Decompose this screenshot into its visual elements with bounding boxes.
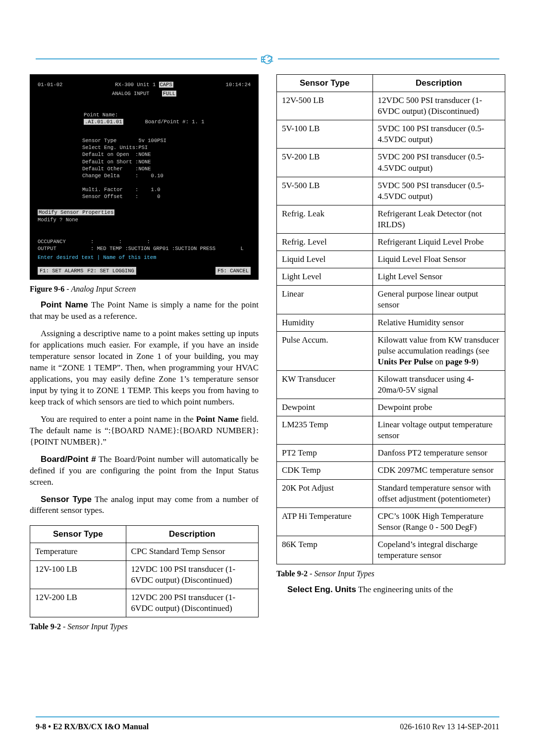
table-cell: 5VDC 200 PSI transducer (0.5-4.5VDC outp… — [373, 149, 505, 177]
table-cell: Linear — [277, 286, 373, 314]
point-name-heading: Point Name — [41, 300, 88, 309]
table-header: Sensor Type — [277, 75, 373, 92]
table-caption-text: - Sensor Input Types — [308, 569, 374, 578]
table-row: Refrig. LeakRefrigerant Leak Detector (n… — [277, 205, 505, 233]
table-cell: Temperature — [30, 543, 126, 560]
table-cell: 12VDC 500 PSI transducer (1-6VDC output)… — [373, 92, 505, 120]
sensor-type-heading: Sensor Type — [41, 495, 92, 504]
term-title2: ANALOG INPUT — [112, 91, 150, 97]
term-field: Sensor Type 5v 100PSI — [82, 137, 251, 144]
term-field: Sensor Offset : 0 — [82, 193, 251, 200]
table-cell: 20K Pot Adjust — [277, 479, 373, 507]
term-output: OUTPUT : MED TEMP :SUCTION GRP01 :SUCTIO… — [38, 245, 251, 252]
table-cell: General purpose linear output sensor — [373, 286, 505, 314]
para-default-name: You are required to enter a point name i… — [30, 414, 259, 448]
table-cell: Refrig. Level — [277, 234, 373, 251]
table-row: 12V-200 LB12VDC 200 PSI transducer (1-6V… — [30, 589, 259, 617]
term-modify-heading: Modify Sensor Properties — [38, 209, 114, 215]
term-hint: Enter desired text | Name of this item — [38, 254, 156, 260]
term-f5: F5: CANCEL — [215, 267, 251, 275]
table-cell: Refrigerant Leak Detector (not IRLDS) — [373, 205, 505, 233]
table-cell: 5V-100 LB — [277, 120, 373, 149]
table-cell: Dewpoint probe — [373, 399, 505, 416]
table-cell: Light Level — [277, 268, 373, 286]
table-cell: 12V-100 LB — [30, 560, 126, 589]
table-cell: Light Level Sensor — [373, 268, 505, 286]
table-row: 12V-500 LB12VDC 500 PSI transducer (1-6V… — [277, 92, 505, 120]
table-cell: ATP Hi Temperature — [277, 507, 373, 536]
table-cell: 12V-500 LB — [277, 92, 373, 120]
term-modify-sub: Modify ? None — [38, 217, 78, 223]
table-row: Liquid LevelLiquid Level Float Sensor — [277, 251, 505, 268]
term-bp-label: Board/Point #: — [145, 119, 189, 125]
term-f1: F1: SET ALARMS — [38, 267, 85, 275]
figure-text: - Analog Input Screen — [64, 285, 136, 293]
table-cell: CDK Temp — [277, 462, 373, 479]
right-column: Sensor Type Description 12V-500 LB12VDC … — [276, 74, 505, 631]
para-descriptive-name: Assigning a descriptive name to a point … — [30, 328, 259, 408]
table-row: PT2 TempDanfoss PT2 temperature sensor — [277, 445, 505, 462]
table-cell: Standard temperature sensor with offset … — [373, 479, 505, 507]
term-field: Change Delta : 0.10 — [82, 172, 251, 179]
table-row: TemperatureCPC Standard Temp Sensor — [30, 543, 259, 560]
table-row: ATP Hi TemperatureCPC’s 100K High Temper… — [277, 507, 505, 536]
table-cell: LM235 Temp — [277, 416, 373, 445]
table-row: LinearGeneral purpose linear output sens… — [277, 286, 505, 314]
table-number: Table 9-2 — [30, 622, 61, 631]
figure-caption: Figure 9-6 - Analog Input Screen — [30, 285, 259, 294]
board-point-heading: Board/Point # — [41, 454, 96, 464]
table-cell: Copeland’s integral discharge temperatur… — [373, 536, 505, 564]
table-cell: Refrigerant Liquid Level Probe — [373, 234, 505, 251]
sensor-table-left: Sensor Type Description TemperatureCPC S… — [30, 525, 259, 617]
table-cell: Dewpoint — [277, 399, 373, 416]
table-cell: CPC’s 100K High Temperature Sensor (Rang… — [373, 507, 505, 536]
term-full-badge: FULL — [162, 91, 176, 97]
term-pointname-value: .AI.01.01.01 — [84, 119, 123, 125]
board-point-para: Board/Point # The Board/Point number wil… — [30, 454, 259, 488]
table-header: Sensor Type — [30, 526, 126, 543]
table-row: 20K Pot AdjustStandard temperature senso… — [277, 479, 505, 507]
select-eng-units-text: The engineering units of the — [356, 585, 453, 594]
table-row: 12V-100 LB12VDC 100 PSI transducer (1-6V… — [30, 560, 259, 589]
brand-logo — [257, 52, 278, 67]
table-cell: 12VDC 200 PSI transducer (1-6VDC output)… — [126, 589, 258, 617]
table-row: LM235 TempLinear voltage output temperat… — [277, 416, 505, 445]
table-row: CDK TempCDK 2097MC temperature sensor — [277, 462, 505, 479]
table-header: Description — [126, 526, 258, 543]
table-cell: Linear voltage output temperature sensor — [373, 416, 505, 445]
table-row: HumidityRelative Humidity sensor — [277, 314, 505, 331]
term-bp-value: 1. 1 — [192, 119, 204, 125]
term-field: Multi. Factor : 1.0 — [82, 186, 251, 193]
table-row: 86K TempCopeland’s integral discharge te… — [277, 536, 505, 564]
term-field: Default Other :NONE — [82, 165, 251, 172]
table-cell: 5V-200 LB — [277, 149, 373, 177]
table-cell: 86K Temp — [277, 536, 373, 564]
table-header: Description — [373, 75, 505, 92]
select-eng-units-para: Select Eng. Units The engineering units … — [276, 584, 505, 596]
table-cell: Refrig. Leak — [277, 205, 373, 233]
table-row: 5V-100 LB5VDC 100 PSI transducer (0.5-4.… — [277, 120, 505, 149]
term-field: Select Eng. Units:PSI — [82, 144, 251, 151]
term-pointname-label: Point Name: — [84, 112, 118, 118]
table-cell: PT2 Temp — [277, 445, 373, 462]
footer-rule — [36, 716, 499, 717]
term-field: Default on Open :NONE — [82, 151, 251, 158]
term-occupancy: OCCUPANCY : : : — [38, 238, 251, 245]
table-cell: KW Transducer — [277, 370, 373, 399]
table-caption-text: - Sensor Input Types — [61, 622, 128, 631]
table-cell: Relative Humidity sensor — [373, 314, 505, 331]
left-column: 01-01-02 RX-300 Unit 1 CAPS 10:14:24 ANA… — [30, 74, 259, 631]
table-row: Refrig. LevelRefrigerant Liquid Level Pr… — [277, 234, 505, 251]
table-cell: Kilowatt transducer using 4-20ma/0-5V si… — [373, 370, 505, 399]
e2-logo-icon — [260, 53, 275, 65]
table-row: 5V-500 LB5VDC 500 PSI transducer (0.5-4.… — [277, 177, 505, 205]
table-caption-left: Table 9-2 - Sensor Input Types — [30, 622, 259, 631]
para3-bold: Point Name — [196, 414, 239, 424]
table-cell: Humidity — [277, 314, 373, 331]
sensor-type-para: Sensor Type The analog input may come fr… — [30, 494, 259, 517]
table-cell: 12V-200 LB — [30, 589, 126, 617]
table-cell: 12VDC 100 PSI transducer (1-6VDC output)… — [126, 560, 258, 589]
table-cell: Danfoss PT2 temperature sensor — [373, 445, 505, 462]
table-cell: 5VDC 100 PSI transducer (0.5-4.5VDC outp… — [373, 120, 505, 149]
analog-input-screen: 01-01-02 RX-300 Unit 1 CAPS 10:14:24 ANA… — [30, 74, 259, 280]
